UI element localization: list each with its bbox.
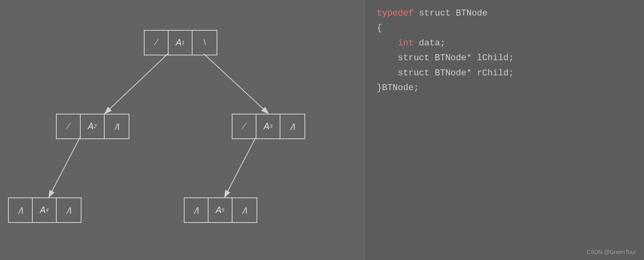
node-a3-label: A3 (256, 114, 280, 138)
keyword-typedef: typedef (377, 8, 413, 18)
svg-line-1 (105, 54, 168, 114)
svg-line-3 (49, 138, 80, 197)
node-a2-label: A2 (81, 114, 105, 138)
node-a4-label: A4 (33, 198, 57, 222)
svg-line-4 (225, 138, 256, 197)
right-panel: typedef struct BTNode { int data; struct… (364, 0, 644, 260)
node-a3-right-pointer: ∧ (280, 114, 304, 138)
node-a4-left-pointer: ∧ (9, 198, 33, 222)
main-container: / A1 \ / A2 ∧ / A3 ∧ ∧ A4 ∧ ∧ A5 ∧ (0, 0, 644, 260)
node-a2: / A2 ∧ (56, 114, 129, 139)
node-a5-right-pointer: ∧ (233, 198, 256, 222)
node-a5: ∧ A5 ∧ (184, 197, 257, 223)
node-a3-left-pointer: / (233, 114, 256, 138)
node-a2-left-pointer: / (57, 114, 81, 138)
svg-line-2 (204, 54, 268, 114)
watermark: CSDN @GreenTour (586, 249, 636, 255)
node-a5-left-pointer: ∧ (185, 198, 209, 222)
node-a4: ∧ A4 ∧ (8, 197, 81, 223)
node-a1-right-pointer: \ (193, 31, 217, 55)
node-a1-left-pointer: / (145, 31, 169, 55)
node-a1: / A1 \ (144, 30, 217, 55)
node-a5-label: A5 (209, 198, 233, 222)
keyword-int: int (398, 38, 414, 48)
node-a4-right-pointer: ∧ (57, 198, 81, 222)
node-a3: / A3 ∧ (232, 114, 305, 139)
node-a1-label: A1 (169, 31, 193, 55)
node-a2-right-pointer: ∧ (105, 114, 129, 138)
left-panel: / A1 \ / A2 ∧ / A3 ∧ ∧ A4 ∧ ∧ A5 ∧ (0, 0, 364, 260)
code-block: typedef struct BTNode { int data; struct… (377, 6, 632, 95)
